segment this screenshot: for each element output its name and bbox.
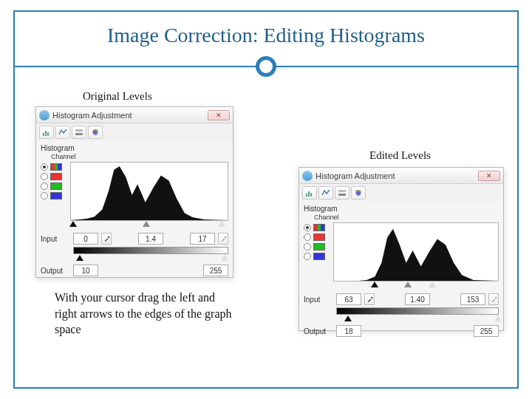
output-white-handle[interactable] [494,316,502,321]
black-eyedropper-icon[interactable] [101,233,112,245]
svg-rect-13 [338,190,346,192]
input-slider-track[interactable] [333,282,499,290]
svg-point-8 [108,236,109,237]
svg-point-18 [371,296,372,298]
close-icon: ✕ [486,172,492,180]
output-black-value[interactable]: 10 [73,265,98,276]
tool-color-icon[interactable] [88,126,103,139]
close-icon: ✕ [216,112,222,119]
output-black-value[interactable]: 18 [336,325,361,337]
input-black-value[interactable]: 63 [336,293,361,305]
label-edited-levels: Edited Levels [369,149,431,162]
output-white-value[interactable]: 255 [203,265,228,276]
svg-rect-1 [45,131,47,136]
input-label: Input [304,296,333,304]
input-white-value[interactable]: 17 [190,233,215,245]
input-label: Input [41,235,70,243]
app-icon [302,171,313,181]
section-histogram-label: Histogram [304,205,499,213]
svg-rect-2 [47,132,49,136]
tool-levels-icon[interactable] [55,126,70,139]
channel-red[interactable] [41,173,66,180]
input-white-handle[interactable] [429,282,436,287]
divider-with-ring [15,56,517,77]
output-row: Output 18 255 [304,325,499,337]
input-row: Input 63 1.40 153 [304,293,499,305]
svg-rect-14 [338,194,346,196]
input-slider-track[interactable] [70,221,228,230]
channel-selector [304,222,329,290]
instruction-caption: With your cursor drag the left and right… [55,290,239,338]
input-gamma-value[interactable]: 1.40 [405,293,430,305]
channel-selector [41,162,66,230]
histogram-graph [333,222,499,282]
close-button[interactable]: ✕ [208,110,230,120]
label-original-levels: Original Levels [83,90,152,103]
channel-green[interactable] [304,243,329,250]
page-title: Image Correction: Editing Histograms [15,12,517,53]
tool-levels-icon[interactable] [318,186,333,200]
output-label: Output [41,267,70,275]
tool-balance-icon[interactable] [335,186,349,200]
histogram-graph [70,162,228,221]
app-icon [39,110,50,120]
input-black-value[interactable]: 0 [73,233,98,245]
output-row: Output 10 255 [41,265,228,276]
channel-red[interactable] [304,233,329,241]
channel-blue[interactable] [304,253,329,260]
white-eyedropper-icon[interactable] [488,293,499,305]
channel-blue[interactable] [41,192,66,200]
tool-balance-icon[interactable] [72,126,86,139]
white-eyedropper-icon[interactable] [218,233,228,245]
histogram-dialog-original: Histogram Adjustment ✕ Histogram Channel [35,106,233,278]
channel-rgb[interactable] [304,224,329,231]
titlebar[interactable]: Histogram Adjustment ✕ [36,107,233,123]
output-black-handle[interactable] [76,255,83,261]
histogram-dialog-edited: Histogram Adjustment ✕ Histogram Channel [299,167,504,331]
output-gradient[interactable] [336,307,499,315]
input-black-handle[interactable] [69,221,77,227]
input-white-value[interactable]: 153 [460,293,485,305]
section-channel-label: Channel [51,153,228,160]
svg-rect-12 [310,193,312,197]
toolbar [299,184,503,202]
output-white-handle[interactable] [221,255,228,261]
close-button[interactable]: ✕ [478,171,500,181]
channel-rgb[interactable] [41,163,66,171]
section-histogram-label: Histogram [41,144,228,152]
svg-rect-11 [308,191,310,197]
channel-green[interactable] [41,183,66,190]
black-eyedropper-icon[interactable] [364,293,375,305]
tool-histogram-icon[interactable] [39,126,54,139]
tool-color-icon[interactable] [351,186,366,200]
titlebar[interactable]: Histogram Adjustment ✕ [299,168,503,184]
output-white-value[interactable]: 255 [474,325,499,337]
svg-rect-4 [75,133,83,135]
svg-rect-0 [43,133,44,136]
output-label: Output [304,327,333,335]
window-title: Histogram Adjustment [316,171,475,180]
input-black-handle[interactable] [371,282,378,287]
svg-rect-10 [306,194,307,197]
input-gray-handle[interactable] [404,282,412,287]
svg-point-7 [93,131,98,135]
svg-point-9 [225,236,226,237]
input-gray-handle[interactable] [143,221,150,227]
tool-histogram-icon[interactable] [302,186,317,200]
svg-point-17 [356,191,361,196]
input-gamma-value[interactable]: 1.4 [138,233,163,245]
input-row: Input 0 1.4 17 [41,233,228,245]
section-channel-label: Channel [314,214,499,221]
ring-icon [256,56,276,77]
output-gradient[interactable] [73,247,228,254]
svg-rect-3 [75,129,83,132]
input-white-handle[interactable] [218,221,225,227]
output-black-handle[interactable] [344,316,352,321]
svg-point-19 [495,296,497,298]
toolbar [36,123,233,141]
window-title: Histogram Adjustment [52,111,205,120]
